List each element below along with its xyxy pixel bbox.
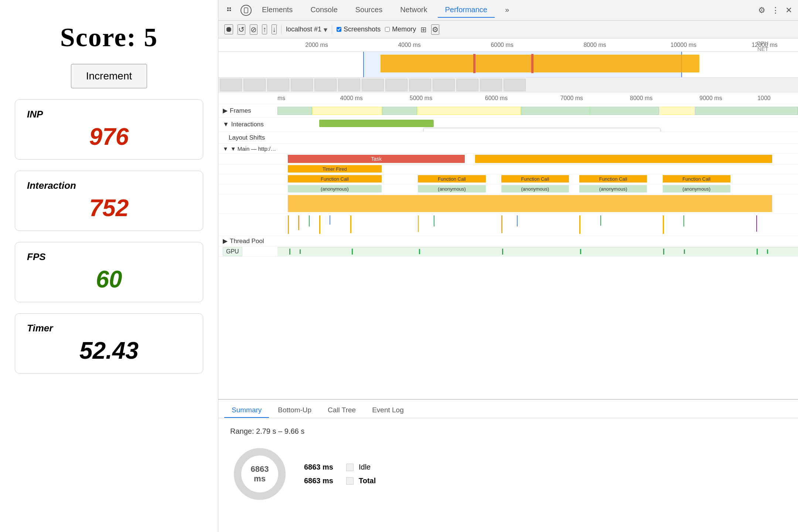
gpu-bar [300, 249, 301, 254]
download-button[interactable]: ↓ [272, 24, 277, 34]
ruler-tick-8000: 8000 ms [583, 42, 606, 48]
screenshots-label: Screenshots [344, 25, 381, 33]
ruler-tick-6000: 6000 ms [491, 42, 513, 48]
inp-card: INP 976 [15, 99, 203, 160]
svg-rect-1 [229, 7, 231, 9]
inp-label: INP [27, 109, 191, 120]
interaction-bar[interactable] [319, 120, 434, 127]
interactions-row: ▼ Interactions 749.74 ms Pointer Long in… [218, 117, 798, 132]
memory-checkbox[interactable] [385, 27, 390, 32]
more-icon[interactable]: ⋮ [771, 6, 780, 15]
tab-summary[interactable]: Summary [224, 403, 269, 418]
big-yellow-bar [288, 195, 772, 212]
thread-pool-content [277, 236, 798, 246]
r2-tick-7000: 7000 ms [560, 95, 583, 102]
frames-row: ▶ Frames [218, 104, 798, 117]
big-yellow-row [218, 194, 798, 214]
overview-area[interactable] [218, 52, 798, 92]
tab-sources[interactable]: Sources [348, 3, 390, 18]
tab-performance[interactable]: Performance [438, 3, 495, 18]
screenshots-strip [218, 77, 798, 92]
gpu-bar [289, 249, 290, 255]
micro-bar [517, 215, 518, 226]
main-triangle: ▼ [223, 146, 228, 152]
tab-event-log[interactable]: Event Log [365, 403, 411, 418]
function-call-bars-area: Function Call Function Call Function Cal… [277, 174, 798, 184]
score-display: Score: 5 [60, 22, 158, 53]
ruler-tick-4000: 4000 ms [398, 42, 420, 48]
interactions-content: 749.74 ms Pointer Long interaction is in… [277, 117, 798, 132]
tab-console[interactable]: Console [303, 3, 345, 18]
thread-pool-triangle: ▶ [223, 237, 228, 245]
layout-shifts-content [277, 132, 798, 143]
fps-card: FPS 60 [15, 242, 203, 302]
screenshots-checkbox[interactable] [337, 27, 341, 32]
anon-bar-2: (anonymous) [418, 185, 485, 192]
gpu-label-cell: GPU [218, 247, 277, 256]
frames-label[interactable]: ▶ Frames [218, 107, 277, 115]
timer-bars-area: Timer Fired [277, 164, 798, 174]
gpu-bar [580, 249, 581, 254]
ruler-tick-2000: 2000 ms [305, 42, 328, 48]
interaction-tooltip: 749.74 ms Pointer Long interaction is in… [423, 128, 661, 132]
anon-bar-4: (anonymous) [579, 185, 647, 192]
micro-bar [501, 215, 502, 233]
frame-bar [313, 107, 382, 115]
bottom-tabs: Summary Bottom-Up Call Tree Event Log [218, 400, 798, 418]
tab-call-tree[interactable]: Call Tree [320, 403, 363, 418]
donut-chart: 6863 ms [230, 444, 289, 504]
screenshot-thumb [314, 79, 337, 91]
location-chevron[interactable]: ▾ [324, 25, 327, 34]
layers-icon[interactable]: ⊞ [420, 25, 427, 34]
function-call-bar-5: Function Call [663, 175, 730, 183]
legend-total-box [346, 477, 354, 485]
frame-bar [417, 107, 521, 115]
micro-bar [434, 215, 434, 226]
function-call-bar-4: Function Call [579, 175, 647, 183]
main-text: ▼ Main — http://localhost:5 [231, 146, 277, 152]
bottom-panel: Summary Bottom-Up Call Tree Event Log Ra… [218, 399, 798, 532]
reload-record-button[interactable]: ↺ [238, 24, 245, 35]
frames-triangle: ▶ [223, 107, 228, 115]
big-yellow-spacer [218, 194, 277, 214]
screenshot-thumb [433, 79, 455, 91]
tab-network[interactable]: Network [393, 3, 434, 18]
micro-bar [330, 215, 330, 225]
gpu-bar [767, 249, 768, 254]
micro-bar [350, 215, 351, 233]
settings-gear-icon[interactable]: ⚙ [431, 24, 439, 35]
location-text: localhost #1 [286, 25, 321, 33]
activity-content [277, 214, 798, 236]
task-track-spacer [218, 154, 277, 164]
record-button[interactable]: ⏺ [224, 24, 233, 34]
donut-label: 6863 ms [245, 464, 274, 484]
increment-button[interactable]: Increment [71, 64, 147, 88]
gpu-bar [663, 249, 664, 255]
frame-bar [382, 107, 417, 115]
anon-bars-area: (anonymous) (anonymous) (anonymous) (ano… [277, 184, 798, 194]
gpu-bar [419, 249, 420, 254]
toolbar-separator2 [332, 25, 332, 34]
tab-elements[interactable]: Elements [255, 3, 300, 18]
interactions-text: Interactions [231, 121, 264, 128]
close-icon[interactable]: ✕ [785, 6, 792, 15]
cpu-spike-2 [531, 54, 533, 73]
r2-tick-5000: 5000 ms [410, 95, 432, 102]
tab-more[interactable]: » [498, 3, 516, 18]
micro-bar [579, 215, 580, 234]
tab-bottom-up[interactable]: Bottom-Up [270, 403, 319, 418]
cpu-spike-1 [473, 54, 475, 73]
frame-bar [590, 107, 659, 115]
thread-pool-label[interactable]: ▶ Thread Pool [218, 237, 277, 245]
legend-total: 6863 ms Total [304, 477, 376, 485]
memory-checkbox-label[interactable]: Memory [385, 25, 416, 33]
layout-shifts-text: Layout Shifts [229, 134, 265, 141]
clear-button[interactable]: ⊘ [250, 24, 258, 35]
anon-bar-3: (anonymous) [501, 185, 569, 192]
legend-idle-ms: 6863 ms [304, 463, 341, 471]
screenshots-checkbox-label[interactable]: Screenshots [337, 25, 381, 33]
interactions-label[interactable]: ▼ Interactions [218, 121, 277, 128]
settings-icon[interactable]: ⚙ [758, 6, 765, 15]
thread-pool-row: ▶ Thread Pool [218, 236, 798, 246]
upload-button[interactable]: ↑ [262, 24, 267, 34]
